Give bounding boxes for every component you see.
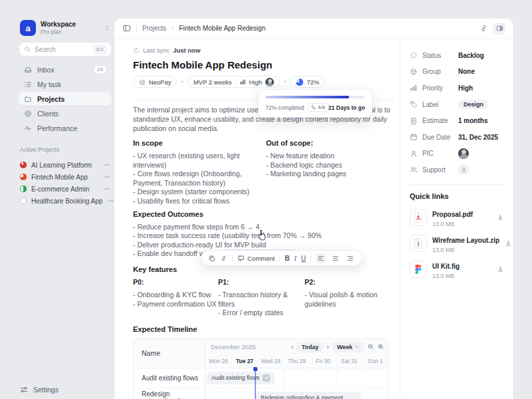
more-icon[interactable] <box>107 198 114 204</box>
performance-icon <box>24 124 32 132</box>
file-link-wireframe[interactable]: Wireframe Layout.zip 13.0 MB <box>410 233 504 253</box>
task-name[interactable]: Audit existing flows <box>134 368 205 388</box>
milestone-priority-badge[interactable]: MVP 2 weeks High <box>188 76 280 88</box>
pic-avatar[interactable] <box>458 148 469 159</box>
file-link-uikit[interactable]: UI Kit.fig 13.0 MB <box>410 259 504 279</box>
project-item-ecommerce[interactable]: E-commerce Admin <box>19 183 112 195</box>
align-right-button[interactable] <box>345 253 355 263</box>
search-icon <box>24 46 31 53</box>
feature-list-p2: - Visual polish & motion guidelines <box>305 291 394 309</box>
prev-week-button[interactable]: ‹ <box>291 344 293 350</box>
sidebar-item-label: Projects <box>37 95 65 103</box>
at-sign-icon: @ <box>139 78 146 86</box>
sidebar-item-label: Clients <box>37 110 59 118</box>
key-features-heading: Key features <box>133 265 394 273</box>
sidebar-item-performance[interactable]: Performance <box>19 121 112 135</box>
breadcrumb-root[interactable]: Projects <box>142 25 166 32</box>
project-progress-pie <box>20 198 27 204</box>
zoom-range-select[interactable]: Week <box>332 342 364 352</box>
search-input[interactable]: Search ⌘K <box>19 42 112 57</box>
sidebar-item-label: My task <box>37 80 61 88</box>
comment-button[interactable]: Comment <box>237 255 275 262</box>
status-value[interactable]: Backlog <box>458 52 484 59</box>
document-icon <box>410 117 419 125</box>
download-icon[interactable] <box>505 239 512 247</box>
download-icon[interactable] <box>497 213 504 221</box>
project-item-fintech[interactable]: Fintech Mobile App <box>19 171 112 183</box>
priority-bars-icon <box>239 78 246 85</box>
out-of-scope-heading: Out of scope: <box>266 139 382 147</box>
project-progress-pie <box>20 186 27 192</box>
project-item-healthcare[interactable]: Healthcare Booking App <box>19 195 112 207</box>
main-card: Projects › Fintech Mobile App Redesign L… <box>114 19 513 399</box>
progress-pie-icon <box>296 78 303 86</box>
link-icon[interactable] <box>220 255 227 262</box>
sidebar-item-projects[interactable]: Projects <box>19 92 112 106</box>
users-icon <box>410 166 419 174</box>
sidebar-item-inbox[interactable]: Inbox 24 <box>19 63 112 76</box>
due-date-value[interactable]: 31, Dec 2025 <box>458 134 498 141</box>
sidebar-toggle-icon[interactable] <box>122 24 131 33</box>
add-support-avatar[interactable] <box>458 164 469 175</box>
timeline-table: Name December 2025 ‹ Today › Week <box>133 338 389 399</box>
zoom-in-icon[interactable] <box>377 343 384 350</box>
underline-button[interactable]: U <box>301 255 306 262</box>
priority-value[interactable]: High <box>458 84 473 92</box>
timeline-month-label: December 2025 <box>211 343 256 350</box>
chevron-updown-icon[interactable] <box>104 25 110 31</box>
out-of-scope-list: - New feature ideation - Backend logic c… <box>266 152 382 179</box>
refresh-icon[interactable] <box>133 47 140 54</box>
italic-button[interactable]: I <box>294 255 296 262</box>
workspace-switcher[interactable]: a Workspace Pro plan <box>19 19 112 42</box>
list-item: - Payment confirmation UX <box>133 300 218 309</box>
task-list-icon <box>24 80 32 88</box>
detail-row-priority: Priority High <box>410 80 504 96</box>
dot-separator: • <box>284 78 286 85</box>
task-name[interactable]: Redesign onboarding & pay... <box>134 388 205 399</box>
more-icon[interactable] <box>104 162 110 168</box>
group-value[interactable]: None <box>458 68 475 75</box>
download-icon[interactable] <box>497 265 504 273</box>
project-item-ai-learning[interactable]: AI Learning Platform <box>19 159 112 171</box>
next-week-button[interactable]: › <box>327 344 329 350</box>
detail-row-due-date: Due Date 31, Dec 2025 <box>410 129 504 146</box>
client-badge[interactable]: @ NeoPay <box>133 76 177 88</box>
chevron-right-icon: › <box>172 25 174 32</box>
bold-button[interactable]: B <box>285 255 289 262</box>
copy-icon[interactable] <box>208 255 215 262</box>
today-line <box>255 368 256 399</box>
align-left-button[interactable] <box>316 253 326 263</box>
today-button[interactable]: Today <box>296 342 324 352</box>
more-icon[interactable] <box>104 174 110 180</box>
label-value-badge[interactable]: Design <box>458 100 489 109</box>
more-icon[interactable] <box>104 186 110 192</box>
align-center-button[interactable] <box>331 253 340 263</box>
day-label-today: Tue 27 <box>231 358 257 364</box>
day-label: Wed 28 <box>258 358 284 364</box>
gantt-bar-redesign[interactable]: Redesign onboarding & payment <box>256 392 361 399</box>
progress-tooltip: 72% completed 4/8 21 Days to go <box>258 89 372 118</box>
gantt-bar-audit[interactable]: Audit existing flows <box>207 372 275 384</box>
file-link-proposal[interactable]: Proposal.pdf 13.0 MB <box>410 207 504 227</box>
estimate-value[interactable]: 1 months <box>458 117 487 124</box>
divider <box>410 184 504 185</box>
copy-link-icon[interactable] <box>479 24 488 33</box>
folder-icon <box>24 95 32 103</box>
clients-icon <box>24 110 32 118</box>
tag-icon <box>410 100 419 108</box>
sidebar-item-my-task[interactable]: My task <box>19 77 112 91</box>
sidebar-item-clients[interactable]: Clients <box>19 106 112 120</box>
last-sync-label: Last sync <box>143 47 170 54</box>
list-item: - Core flows redesign (Onboarding, Payme… <box>133 170 258 188</box>
checkbox-checked-icon[interactable] <box>263 374 270 382</box>
zoom-out-icon[interactable] <box>367 343 374 350</box>
table-row: Redesign onboarding & pay... Redesign on… <box>134 388 388 399</box>
expected-outcomes-heading: Expected Outcomes <box>133 210 394 218</box>
sidebar-item-settings[interactable]: Settings <box>20 386 59 394</box>
last-sync-value: Just now <box>173 47 200 54</box>
days-remaining-label: 21 Days to go <box>329 104 365 111</box>
right-panel-toggle-button[interactable] <box>493 23 505 35</box>
user-icon <box>410 150 419 158</box>
settings-label: Settings <box>33 386 59 394</box>
progress-badge[interactable]: 72% <box>290 76 325 88</box>
